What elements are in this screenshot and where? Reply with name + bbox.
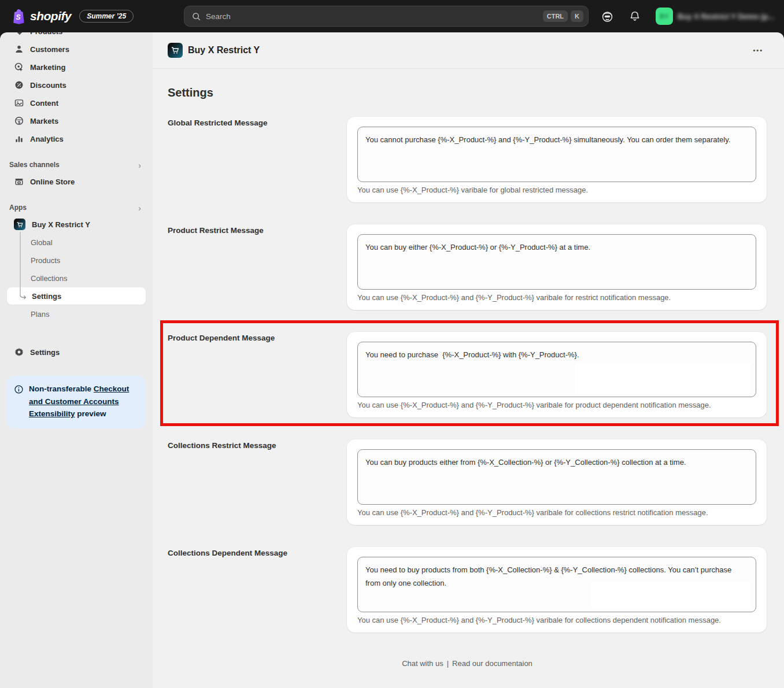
store-avatar: BY	[656, 8, 673, 25]
message-card: You can buy either {%-X_Product-%} or {%…	[347, 224, 767, 310]
target-icon	[14, 62, 24, 72]
helper-text: You can use {%-X_Product-%} and {%-Y_Pro…	[357, 401, 756, 409]
sidebar: Products Customers Marketing Discounts C…	[0, 32, 153, 688]
k-key-badge: K	[571, 10, 583, 22]
message-card: You need to purchase {%-X_Product-%} wit…	[347, 332, 767, 417]
section-label: Collections Dependent Message	[168, 547, 347, 632]
section-collections-dependent-message: Collections Dependent Message You need t…	[168, 547, 767, 632]
sidebar-item-buy-x-restrict-y-app[interactable]: Buy X Restrict Y	[7, 216, 146, 233]
notifications-button[interactable]	[624, 6, 645, 27]
product-dependent-message-textarea[interactable]: You need to purchase {%-X_Product-%} wit…	[357, 342, 756, 397]
storefront-icon	[14, 176, 24, 187]
chat-with-us-link[interactable]: Chat with us	[402, 659, 443, 668]
section-label: Global Restricted Message	[168, 117, 347, 202]
sidebar-item-settings[interactable]: Settings	[7, 343, 146, 361]
section-label: Product Restrict Message	[168, 224, 347, 310]
store-menu-button[interactable]: BY Buy X Restrict Y Demo (p...	[652, 0, 784, 32]
search-input[interactable]	[206, 12, 540, 21]
sidebar-subitem-plans[interactable]: Plans	[7, 305, 146, 323]
documentation-link[interactable]: Read our documentaion	[452, 659, 532, 668]
info-box-text: Non-transferable	[29, 384, 91, 393]
helper-text: You can use {%-X_Product-%} and {%-Y_Pro…	[357, 508, 756, 517]
info-box-text-suffix: preview	[77, 409, 106, 418]
collections-restrict-message-textarea[interactable]: You can buy products either from {%-X_Co…	[357, 449, 756, 505]
message-card: You need to buy products from both {%-X_…	[347, 547, 767, 632]
cart-app-icon	[14, 219, 25, 230]
tag-icon	[14, 32, 24, 36]
main-content: Buy X Restrict Y ••• Settings Global Res…	[153, 32, 784, 688]
version-badge: Summer ’25	[79, 10, 134, 23]
collections-dependent-message-textarea[interactable]: You need to buy products from both {%-X_…	[357, 557, 756, 612]
global-search[interactable]: CTRL K	[184, 6, 589, 27]
sales-channels-header[interactable]: Sales channels ›	[7, 157, 146, 173]
more-actions-button[interactable]: •••	[749, 45, 767, 56]
apps-header[interactable]: Apps ›	[7, 199, 146, 216]
extensibility-info-box: Non-transferable Checkout and Customer A…	[7, 376, 146, 428]
product-restrict-message-textarea[interactable]: You can buy either {%-X_Product-%} or {%…	[357, 234, 756, 290]
cart-app-icon	[168, 43, 183, 58]
chevron-right-icon: ›	[138, 161, 141, 169]
discount-badge-icon	[14, 80, 24, 90]
section-label: Collections Restrict Message	[168, 439, 347, 525]
app-title: Buy X Restrict Y	[188, 45, 260, 56]
helper-text: You can use {%-X_Product-%} and {%-Y_Pro…	[357, 616, 756, 624]
sidebar-item-online-store[interactable]: Online Store	[7, 173, 146, 190]
shopify-bag-icon: S	[12, 9, 25, 24]
section-product-dependent-message: Product Dependent Message You need to pu…	[168, 332, 767, 417]
bar-chart-icon	[14, 134, 24, 144]
globe-icon: $	[14, 116, 24, 126]
app-page-header: Buy X Restrict Y •••	[153, 32, 784, 69]
message-card: You can buy products either from {%-X_Co…	[347, 439, 767, 525]
shopify-logo[interactable]: S shopify Summer ’25	[12, 9, 134, 24]
helper-text: You can use {%-X_Product-%} and {%-Y_Pro…	[357, 293, 756, 302]
sidebar-subitem-settings-active[interactable]: Settings	[7, 287, 146, 305]
gear-icon	[14, 347, 24, 357]
ctrl-key-badge: CTRL	[543, 10, 568, 22]
svg-text:S: S	[16, 13, 20, 21]
svg-text:$: $	[18, 120, 21, 125]
sidebar-item-analytics[interactable]: Analytics	[7, 130, 146, 147]
page-footer: Chat with us|Read our documentaion	[168, 654, 767, 685]
sidekick-button[interactable]	[597, 6, 617, 27]
bell-icon	[628, 10, 641, 23]
store-name-blurred: Buy X Restrict Y Demo (p...	[678, 12, 774, 21]
info-icon	[14, 384, 24, 420]
section-product-restrict-message: Product Restrict Message You can buy eit…	[168, 224, 767, 310]
tree-connector-line	[20, 232, 21, 295]
section-collections-restrict-message: Collections Restrict Message You can buy…	[168, 439, 767, 525]
section-global-restricted-message: Global Restricted Message You cannot pur…	[168, 117, 767, 202]
sidebar-item-markets[interactable]: $ Markets	[7, 112, 146, 130]
topbar: S shopify Summer ’25 CTRL K	[0, 0, 784, 32]
helper-text: You can use {%-X_Product-%} varibale for…	[357, 186, 756, 194]
global-restricted-message-textarea[interactable]: You cannot purchase {%-X_Product-%} and …	[357, 127, 756, 182]
message-card: You cannot purchase {%-X_Product-%} and …	[347, 117, 767, 202]
search-icon	[191, 12, 201, 21]
sidebar-subitem-products[interactable]: Products	[7, 251, 146, 269]
image-icon	[14, 98, 24, 108]
sidebar-item-discounts[interactable]: Discounts	[7, 76, 146, 94]
sidekick-icon	[601, 10, 614, 23]
chevron-right-icon: ›	[138, 204, 141, 212]
page-title: Settings	[168, 86, 767, 99]
section-label: Product Dependent Message	[168, 332, 347, 417]
app-subnav: Global Products Collections Settings Pla…	[7, 234, 146, 323]
person-icon	[14, 44, 24, 54]
sidebar-subitem-global[interactable]: Global	[7, 234, 146, 251]
sidebar-item-customers[interactable]: Customers	[7, 40, 146, 58]
sidebar-item-content[interactable]: Content	[7, 94, 146, 112]
sidebar-subitem-collections[interactable]: Collections	[7, 269, 146, 287]
sidebar-item-marketing[interactable]: Marketing	[7, 58, 146, 76]
sidebar-item-products-partial[interactable]: Products	[7, 32, 146, 40]
shopify-wordmark: shopify	[30, 9, 71, 23]
